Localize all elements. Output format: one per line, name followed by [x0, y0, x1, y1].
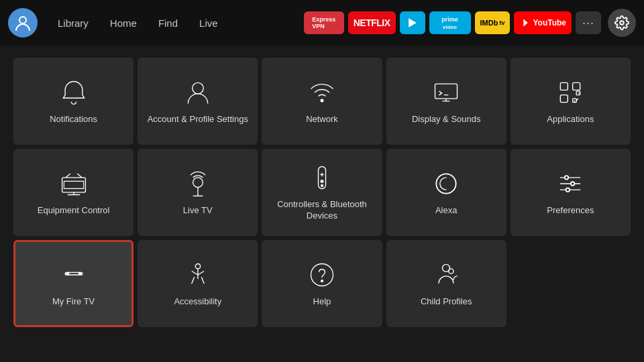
tile-child-profiles-label: Child Profiles	[421, 296, 472, 308]
svg-point-24	[437, 174, 456, 193]
tv-icon	[59, 169, 89, 198]
svg-point-30	[566, 188, 570, 192]
svg-rect-15	[62, 177, 85, 192]
tile-display-sounds-label: Display & Sounds	[412, 114, 481, 125]
nav-settings-button[interactable]	[608, 9, 636, 37]
svg-point-0	[19, 17, 26, 23]
nav-links: Library Home Find Live	[48, 13, 227, 33]
tile-child-profiles[interactable]: Child Profiles	[386, 240, 506, 327]
settings-container: Notifications Account & Profile Settings…	[0, 46, 644, 334]
tile-live-tv-label: Live TV	[183, 205, 213, 217]
app-expressvpn[interactable]: ExpressVPN	[304, 11, 344, 34]
tile-notifications-label: Notifications	[50, 114, 97, 125]
tile-my-fire-tv-label: My Fire TV	[52, 296, 95, 308]
svg-point-28	[565, 176, 569, 180]
top-nav: Library Home Find Live ExpressVPN NETFLI…	[0, 0, 644, 46]
app-imdb[interactable]: IMDbtv	[475, 11, 511, 34]
remote-icon	[307, 163, 337, 192]
tile-help-label: Help	[313, 296, 331, 308]
sliders-icon	[555, 169, 585, 198]
nav-find[interactable]: Find	[149, 13, 187, 33]
tile-alexa-label: Alexa	[435, 205, 458, 217]
bell-icon	[59, 78, 89, 107]
person-icon	[183, 78, 213, 107]
tile-display-sounds[interactable]: Display & Sounds	[386, 58, 506, 145]
wifi-icon	[307, 78, 337, 107]
tile-preferences-label: Preferences	[547, 205, 594, 217]
nav-more-button[interactable]: ···	[576, 11, 601, 34]
tile-help[interactable]: Help	[262, 240, 382, 327]
antenna-icon	[183, 169, 213, 198]
app-freevee[interactable]	[400, 11, 425, 34]
accessibility-icon	[183, 260, 213, 290]
svg-point-29	[571, 182, 575, 186]
app-netflix[interactable]: NETFLIX	[348, 11, 396, 34]
tile-accessibility[interactable]: Accessibility	[138, 240, 258, 327]
svg-rect-7	[561, 82, 568, 90]
tile-equipment-control[interactable]: Equipment Control	[13, 149, 133, 236]
tile-live-tv[interactable]: Live TV	[138, 149, 258, 236]
svg-point-3	[620, 21, 624, 25]
display-icon	[431, 78, 461, 107]
svg-point-37	[321, 280, 323, 282]
user-avatar[interactable]	[8, 8, 38, 38]
svg-rect-8	[573, 82, 580, 90]
tile-account-profile-label: Account & Profile Settings	[148, 114, 248, 125]
tile-notifications[interactable]: Notifications	[13, 58, 133, 145]
nav-library[interactable]: Library	[48, 13, 98, 33]
svg-point-5	[321, 99, 323, 102]
tile-controllers-bluetooth[interactable]: Controllers & Bluetooth Devices	[262, 149, 382, 236]
tile-account-profile[interactable]: Account & Profile Settings	[138, 58, 258, 145]
tile-alexa[interactable]: Alexa	[386, 149, 506, 236]
svg-point-16	[193, 177, 203, 187]
svg-point-22	[321, 180, 323, 183]
tile-network-label: Network	[306, 114, 338, 125]
help-icon	[307, 260, 337, 290]
nav-home[interactable]: Home	[101, 13, 146, 33]
settings-grid: Notifications Account & Profile Settings…	[13, 58, 631, 327]
svg-point-23	[321, 185, 323, 187]
nav-live[interactable]: Live	[190, 13, 227, 33]
tile-network[interactable]: Network	[262, 58, 382, 145]
apps-icon	[555, 78, 585, 107]
firetv-icon	[59, 260, 89, 290]
svg-point-4	[193, 82, 204, 93]
tile-my-fire-tv[interactable]: My Fire TV	[13, 240, 133, 327]
app-prime[interactable]: prime video	[429, 11, 471, 34]
alexa-icon	[431, 169, 461, 198]
tile-applications-label: Applications	[547, 114, 594, 125]
nav-apps: ExpressVPN NETFLIX prime video IMDbtv Yo…	[304, 9, 636, 37]
svg-point-33	[78, 272, 81, 275]
svg-point-34	[195, 263, 200, 268]
svg-point-32	[66, 272, 69, 275]
tile-equipment-control-label: Equipment Control	[38, 205, 110, 217]
svg-marker-2	[524, 19, 528, 26]
app-youtube[interactable]: YouTube	[514, 11, 572, 34]
tile-accessibility-label: Accessibility	[174, 296, 221, 308]
tile-preferences[interactable]: Preferences	[511, 149, 631, 236]
svg-point-39	[449, 268, 453, 273]
svg-marker-1	[409, 18, 417, 27]
svg-rect-6	[435, 84, 458, 99]
child-icon	[431, 260, 461, 290]
svg-rect-9	[561, 95, 568, 102]
tile-controllers-bluetooth-label: Controllers & Bluetooth Devices	[268, 199, 375, 222]
tile-applications[interactable]: Applications	[511, 58, 631, 145]
svg-point-36	[311, 263, 333, 286]
